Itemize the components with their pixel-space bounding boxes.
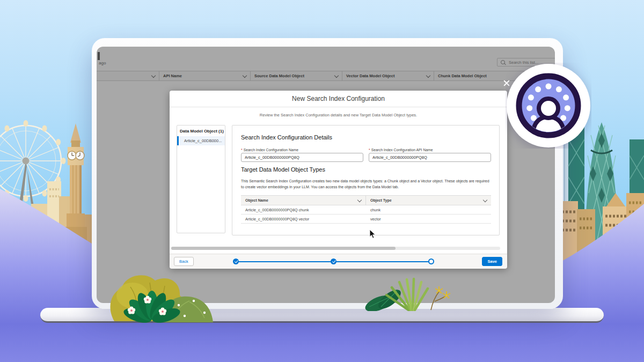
column-header-search-name[interactable]: Search Name [97, 71, 159, 80]
app-screen: ago Search Name API Name Source Data Mod… [97, 47, 555, 303]
target-types-description: This Semantic Search Index Configuration… [241, 179, 490, 190]
chevron-down-icon [243, 73, 247, 77]
chevron-down-icon [426, 73, 430, 77]
progress-step-3-current[interactable] [428, 258, 434, 264]
chevron-down-icon [334, 73, 339, 77]
bush-illustration-left [98, 267, 219, 323]
avatar [506, 63, 591, 149]
back-button[interactable]: Back [174, 257, 194, 266]
check-icon [234, 259, 238, 263]
modal-subtitle: Review the Search Index Configuration de… [170, 113, 507, 117]
scene: ago Search Name API Name Source Data Mod… [0, 0, 644, 362]
chevron-down-icon [151, 73, 156, 77]
search-icon [501, 60, 505, 64]
panel-header: Data Model Object (1) [177, 125, 225, 136]
column-header-source-dmo[interactable]: Source Data Model Object [250, 71, 342, 80]
config-name-label: *Search Index Configuration Name [241, 148, 298, 152]
save-button[interactable]: Save [482, 257, 502, 266]
yellow-flower-sprig [431, 286, 450, 310]
clipped-title-fragment [98, 52, 100, 60]
details-heading: Search Index Configuration Details [241, 134, 332, 141]
chevron-down-icon [483, 197, 487, 202]
modal-footer: Back Save [170, 254, 507, 269]
new-search-index-configuration-modal: New Search Index Configuration Review th… [170, 91, 507, 268]
chevron-down-icon [357, 197, 362, 202]
last-updated-text: ago [99, 61, 106, 65]
column-header-api-name[interactable]: API Name [159, 71, 250, 80]
table-header-row: Object Name Object Type [241, 195, 491, 205]
object-type-column-header[interactable]: Object Type [366, 196, 491, 205]
list-view-header-row: Search Name API Name Source Data Model O… [97, 71, 555, 81]
check-icon [332, 259, 335, 263]
scrollbar-thumb[interactable] [171, 247, 396, 250]
horizontal-scrollbar [171, 247, 500, 250]
table-row: Article_c_00DB0000000PQ8Q vector vector [241, 215, 491, 224]
configuration-details-card: Search Index Configuration Details *Sear… [232, 125, 500, 235]
panel-item-article[interactable]: Article_c_00DB000... [177, 136, 225, 145]
progress-step-2-complete[interactable] [331, 258, 336, 264]
config-name-input[interactable] [241, 153, 363, 162]
data-model-object-panel: Data Model Object (1) Article_c_00DB000.… [177, 125, 225, 233]
agent-avatar-icon [506, 63, 591, 149]
required-asterisk: * [369, 148, 370, 152]
column-header-vector-dmo[interactable]: Vector Data Model Object [342, 71, 434, 80]
config-api-name-label: *Search Index Configuration API Name [369, 148, 433, 152]
object-name-column-header[interactable]: Object Name [241, 196, 366, 205]
mouse-cursor-icon [369, 229, 377, 239]
modal-title: New Search Index Configuration [170, 91, 507, 107]
required-asterisk: * [241, 148, 243, 152]
config-api-name-input[interactable] [369, 153, 491, 162]
target-objects-table: Object Name Object Type Article_c_00DB00… [241, 195, 491, 224]
table-row: Article_c_00DB0000000PQ8Q chunk chunk [241, 205, 491, 215]
bush-illustration-right [358, 277, 455, 311]
target-types-heading: Target Data Model Object Types [241, 166, 325, 173]
progress-step-1-complete[interactable] [233, 258, 239, 264]
